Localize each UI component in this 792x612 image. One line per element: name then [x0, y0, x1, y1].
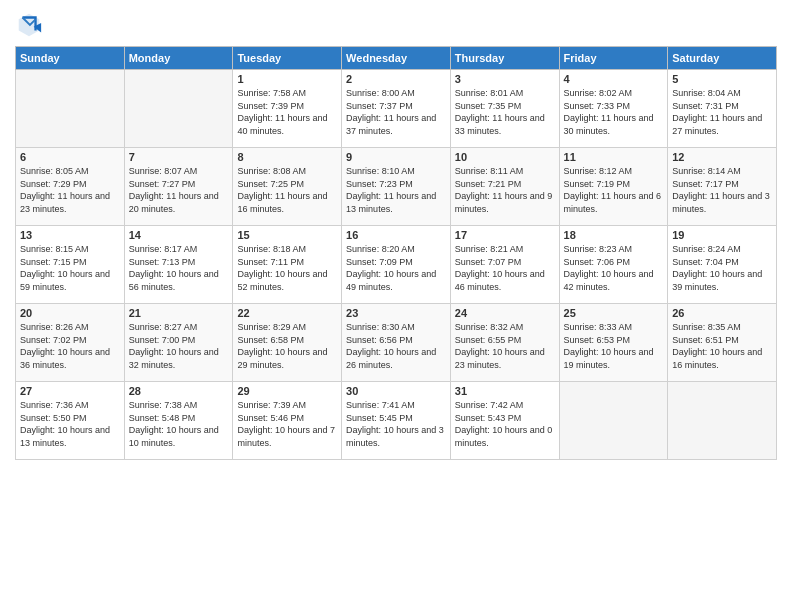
day-number: 4	[564, 73, 664, 85]
day-number: 6	[20, 151, 120, 163]
daylight-text: Daylight: 10 hours and 32 minutes.	[129, 347, 219, 370]
daylight-text: Daylight: 11 hours and 37 minutes.	[346, 113, 436, 136]
daylight-text: Daylight: 10 hours and 19 minutes.	[564, 347, 654, 370]
day-number: 8	[237, 151, 337, 163]
calendar-cell: 14Sunrise: 8:17 AMSunset: 7:13 PMDayligh…	[124, 226, 233, 304]
day-number: 5	[672, 73, 772, 85]
calendar-cell	[668, 382, 777, 460]
sunrise-text: Sunrise: 8:15 AM	[20, 244, 89, 254]
weekday-header-monday: Monday	[124, 47, 233, 70]
daylight-text: Daylight: 11 hours and 23 minutes.	[20, 191, 110, 214]
sunrise-text: Sunrise: 8:26 AM	[20, 322, 89, 332]
day-number: 25	[564, 307, 664, 319]
daylight-text: Daylight: 10 hours and 42 minutes.	[564, 269, 654, 292]
day-number: 18	[564, 229, 664, 241]
daylight-text: Daylight: 10 hours and 59 minutes.	[20, 269, 110, 292]
daylight-text: Daylight: 11 hours and 33 minutes.	[455, 113, 545, 136]
daylight-text: Daylight: 10 hours and 10 minutes.	[129, 425, 219, 448]
day-info: Sunrise: 7:38 AMSunset: 5:48 PMDaylight:…	[129, 399, 229, 449]
calendar-week-row: 27Sunrise: 7:36 AMSunset: 5:50 PMDayligh…	[16, 382, 777, 460]
calendar-cell	[559, 382, 668, 460]
sunset-text: Sunset: 7:31 PM	[672, 101, 739, 111]
calendar-week-row: 1Sunrise: 7:58 AMSunset: 7:39 PMDaylight…	[16, 70, 777, 148]
day-number: 31	[455, 385, 555, 397]
daylight-text: Daylight: 11 hours and 27 minutes.	[672, 113, 762, 136]
sunset-text: Sunset: 5:50 PM	[20, 413, 87, 423]
daylight-text: Daylight: 10 hours and 3 minutes.	[346, 425, 444, 448]
sunrise-text: Sunrise: 8:14 AM	[672, 166, 741, 176]
daylight-text: Daylight: 11 hours and 6 minutes.	[564, 191, 662, 214]
day-number: 17	[455, 229, 555, 241]
daylight-text: Daylight: 11 hours and 30 minutes.	[564, 113, 654, 136]
calendar-cell: 16Sunrise: 8:20 AMSunset: 7:09 PMDayligh…	[342, 226, 451, 304]
sunrise-text: Sunrise: 7:36 AM	[20, 400, 89, 410]
calendar-cell: 4Sunrise: 8:02 AMSunset: 7:33 PMDaylight…	[559, 70, 668, 148]
day-info: Sunrise: 8:05 AMSunset: 7:29 PMDaylight:…	[20, 165, 120, 215]
sunrise-text: Sunrise: 7:41 AM	[346, 400, 415, 410]
sunrise-text: Sunrise: 8:02 AM	[564, 88, 633, 98]
day-number: 11	[564, 151, 664, 163]
sunset-text: Sunset: 7:25 PM	[237, 179, 304, 189]
sunrise-text: Sunrise: 8:27 AM	[129, 322, 198, 332]
day-info: Sunrise: 8:12 AMSunset: 7:19 PMDaylight:…	[564, 165, 664, 215]
weekday-header-saturday: Saturday	[668, 47, 777, 70]
daylight-text: Daylight: 10 hours and 46 minutes.	[455, 269, 545, 292]
sunrise-text: Sunrise: 8:29 AM	[237, 322, 306, 332]
sunrise-text: Sunrise: 8:17 AM	[129, 244, 198, 254]
day-number: 19	[672, 229, 772, 241]
calendar-cell: 25Sunrise: 8:33 AMSunset: 6:53 PMDayligh…	[559, 304, 668, 382]
sunset-text: Sunset: 7:13 PM	[129, 257, 196, 267]
sunset-text: Sunset: 7:21 PM	[455, 179, 522, 189]
sunset-text: Sunset: 7:39 PM	[237, 101, 304, 111]
sunrise-text: Sunrise: 7:58 AM	[237, 88, 306, 98]
sunrise-text: Sunrise: 8:24 AM	[672, 244, 741, 254]
calendar-cell: 6Sunrise: 8:05 AMSunset: 7:29 PMDaylight…	[16, 148, 125, 226]
calendar-cell: 8Sunrise: 8:08 AMSunset: 7:25 PMDaylight…	[233, 148, 342, 226]
calendar-cell: 23Sunrise: 8:30 AMSunset: 6:56 PMDayligh…	[342, 304, 451, 382]
daylight-text: Daylight: 11 hours and 3 minutes.	[672, 191, 770, 214]
sunset-text: Sunset: 7:27 PM	[129, 179, 196, 189]
sunrise-text: Sunrise: 8:01 AM	[455, 88, 524, 98]
calendar-cell: 22Sunrise: 8:29 AMSunset: 6:58 PMDayligh…	[233, 304, 342, 382]
day-number: 21	[129, 307, 229, 319]
sunset-text: Sunset: 5:45 PM	[346, 413, 413, 423]
sunset-text: Sunset: 7:33 PM	[564, 101, 631, 111]
weekday-header-friday: Friday	[559, 47, 668, 70]
calendar-cell: 21Sunrise: 8:27 AMSunset: 7:00 PMDayligh…	[124, 304, 233, 382]
day-info: Sunrise: 8:04 AMSunset: 7:31 PMDaylight:…	[672, 87, 772, 137]
calendar-cell: 12Sunrise: 8:14 AMSunset: 7:17 PMDayligh…	[668, 148, 777, 226]
day-number: 24	[455, 307, 555, 319]
day-info: Sunrise: 7:36 AMSunset: 5:50 PMDaylight:…	[20, 399, 120, 449]
calendar-cell: 30Sunrise: 7:41 AMSunset: 5:45 PMDayligh…	[342, 382, 451, 460]
logo	[15, 10, 47, 38]
day-info: Sunrise: 8:33 AMSunset: 6:53 PMDaylight:…	[564, 321, 664, 371]
daylight-text: Daylight: 10 hours and 52 minutes.	[237, 269, 327, 292]
day-info: Sunrise: 8:14 AMSunset: 7:17 PMDaylight:…	[672, 165, 772, 215]
sunrise-text: Sunrise: 8:30 AM	[346, 322, 415, 332]
sunrise-text: Sunrise: 7:38 AM	[129, 400, 198, 410]
day-number: 26	[672, 307, 772, 319]
day-number: 29	[237, 385, 337, 397]
day-info: Sunrise: 8:18 AMSunset: 7:11 PMDaylight:…	[237, 243, 337, 293]
weekday-header-thursday: Thursday	[450, 47, 559, 70]
day-info: Sunrise: 8:32 AMSunset: 6:55 PMDaylight:…	[455, 321, 555, 371]
day-info: Sunrise: 8:07 AMSunset: 7:27 PMDaylight:…	[129, 165, 229, 215]
calendar-cell: 17Sunrise: 8:21 AMSunset: 7:07 PMDayligh…	[450, 226, 559, 304]
day-number: 14	[129, 229, 229, 241]
sunset-text: Sunset: 6:53 PM	[564, 335, 631, 345]
weekday-header-row: SundayMondayTuesdayWednesdayThursdayFrid…	[16, 47, 777, 70]
weekday-header-sunday: Sunday	[16, 47, 125, 70]
daylight-text: Daylight: 11 hours and 13 minutes.	[346, 191, 436, 214]
day-number: 12	[672, 151, 772, 163]
sunset-text: Sunset: 7:23 PM	[346, 179, 413, 189]
sunset-text: Sunset: 7:15 PM	[20, 257, 87, 267]
day-info: Sunrise: 7:39 AMSunset: 5:46 PMDaylight:…	[237, 399, 337, 449]
day-number: 1	[237, 73, 337, 85]
weekday-header-tuesday: Tuesday	[233, 47, 342, 70]
day-number: 13	[20, 229, 120, 241]
day-info: Sunrise: 8:17 AMSunset: 7:13 PMDaylight:…	[129, 243, 229, 293]
sunrise-text: Sunrise: 8:10 AM	[346, 166, 415, 176]
calendar-cell: 5Sunrise: 8:04 AMSunset: 7:31 PMDaylight…	[668, 70, 777, 148]
calendar-cell: 9Sunrise: 8:10 AMSunset: 7:23 PMDaylight…	[342, 148, 451, 226]
sunrise-text: Sunrise: 8:35 AM	[672, 322, 741, 332]
